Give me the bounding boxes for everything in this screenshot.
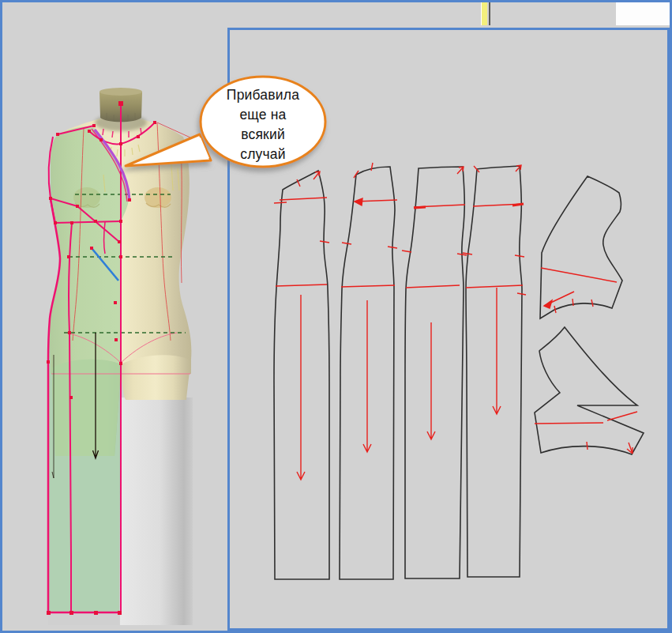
pattern-piece-3[interactable] bbox=[405, 167, 464, 578]
scene-canvas bbox=[2, 2, 672, 633]
pattern-piece-4[interactable] bbox=[466, 166, 522, 577]
pattern-piece-1[interactable] bbox=[274, 171, 329, 579]
neck-top bbox=[99, 88, 142, 96]
callout-line-3: всякий bbox=[200, 125, 326, 145]
stand-column-right bbox=[120, 398, 193, 625]
callout-line-1: Прибавила bbox=[200, 85, 326, 105]
callout-line-4: случай bbox=[200, 145, 326, 164]
piece-outlines bbox=[274, 166, 644, 579]
pattern-piece-bodice-lower[interactable] bbox=[535, 327, 644, 454]
grain-arrow-3 bbox=[427, 322, 435, 439]
app-window: Прибавила еще на всякий случай bbox=[0, 0, 672, 633]
grain-arrow-4 bbox=[493, 288, 501, 414]
flat-pattern-pieces bbox=[274, 163, 644, 579]
mannequin-3d-viewport[interactable] bbox=[47, 88, 193, 625]
draped-fabric-green[interactable] bbox=[48, 126, 129, 613]
below-hem-strip bbox=[48, 613, 119, 625]
callout-line-2: еще на bbox=[200, 105, 326, 125]
callout-text: Прибавила еще на всякий случай bbox=[200, 85, 326, 164]
mannequin-right-leg bbox=[121, 355, 190, 400]
grain-arrow-1 bbox=[297, 295, 305, 480]
pattern-piece-bodice-upper[interactable] bbox=[540, 176, 622, 318]
grain-arrow-2 bbox=[363, 300, 371, 452]
